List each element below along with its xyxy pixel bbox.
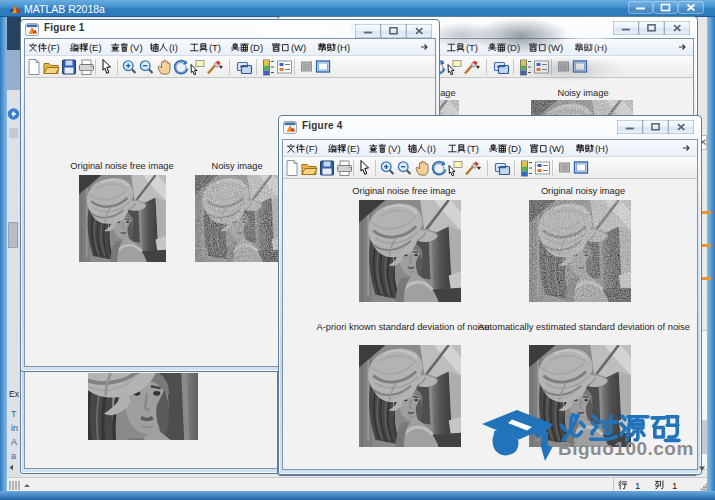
- svg-text:(I): (I): [169, 42, 178, 53]
- svg-text:(E): (E): [347, 143, 360, 154]
- svg-text:(V): (V): [130, 42, 143, 53]
- svg-text:(I): (I): [427, 143, 436, 154]
- svg-text:(T): (T): [209, 42, 221, 53]
- svg-text:(W): (W): [291, 42, 306, 53]
- svg-text:1: 1: [672, 480, 677, 491]
- svg-text:(D): (D): [250, 42, 263, 53]
- svg-text:(D): (D): [508, 143, 521, 154]
- svg-text:1: 1: [635, 480, 640, 491]
- svg-text:(E): (E): [89, 42, 102, 53]
- svg-text:(F): (F): [48, 42, 60, 53]
- svg-text:(W): (W): [549, 143, 564, 154]
- svg-text:(F): (F): [306, 143, 318, 154]
- svg-text:(T): (T): [467, 143, 479, 154]
- svg-text:(V): (V): [388, 143, 401, 154]
- svg-text:(H): (H): [595, 143, 608, 154]
- svg-text:(H): (H): [337, 42, 350, 53]
